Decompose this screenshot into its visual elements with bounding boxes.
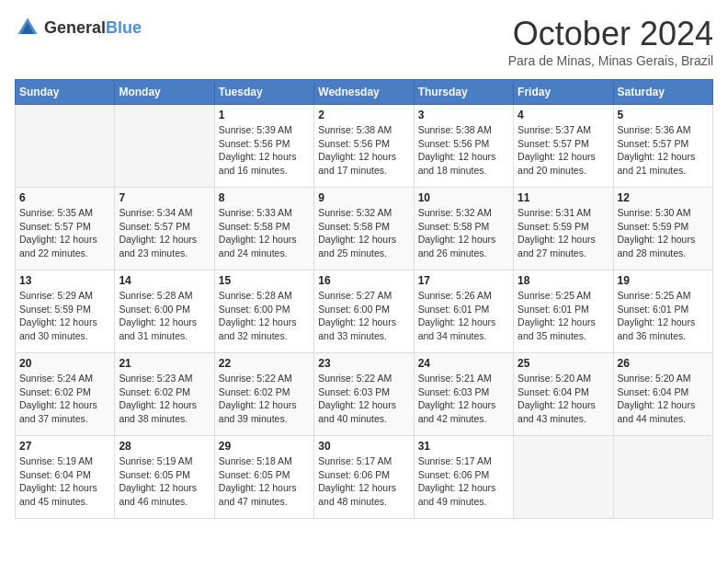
title-block: October 2024 Para de Minas, Minas Gerais… [508, 15, 713, 68]
calendar-day: 30Sunrise: 5:17 AM Sunset: 6:06 PM Dayli… [314, 436, 414, 519]
day-info: Sunrise: 5:25 AM Sunset: 6:01 PM Dayligh… [618, 289, 709, 343]
logo-icon [15, 15, 40, 40]
day-number: 26 [618, 357, 709, 370]
day-info: Sunrise: 5:27 AM Sunset: 6:00 PM Dayligh… [318, 289, 409, 343]
day-number: 29 [219, 440, 310, 453]
day-info: Sunrise: 5:32 AM Sunset: 5:58 PM Dayligh… [318, 206, 409, 260]
calendar-day: 2Sunrise: 5:38 AM Sunset: 5:56 PM Daylig… [314, 105, 414, 188]
day-info: Sunrise: 5:30 AM Sunset: 5:59 PM Dayligh… [618, 206, 709, 260]
calendar-header-wednesday: Wednesday [314, 80, 414, 105]
day-number: 18 [518, 274, 609, 287]
calendar-day: 13Sunrise: 5:29 AM Sunset: 5:59 PM Dayli… [16, 270, 115, 353]
day-info: Sunrise: 5:24 AM Sunset: 6:02 PM Dayligh… [19, 372, 110, 426]
calendar-day: 29Sunrise: 5:18 AM Sunset: 6:05 PM Dayli… [214, 436, 313, 519]
day-info: Sunrise: 5:26 AM Sunset: 6:01 PM Dayligh… [418, 289, 509, 343]
calendar-day: 9Sunrise: 5:32 AM Sunset: 5:58 PM Daylig… [314, 188, 414, 270]
calendar-day: 16Sunrise: 5:27 AM Sunset: 6:00 PM Dayli… [314, 270, 414, 353]
day-number: 21 [119, 357, 210, 370]
calendar-day: 27Sunrise: 5:19 AM Sunset: 6:04 PM Dayli… [16, 436, 115, 519]
day-number: 15 [219, 274, 310, 287]
week-row-2: 6Sunrise: 5:35 AM Sunset: 5:57 PM Daylig… [16, 188, 713, 270]
day-info: Sunrise: 5:33 AM Sunset: 5:58 PM Dayligh… [219, 206, 310, 260]
calendar-day: 22Sunrise: 5:22 AM Sunset: 6:02 PM Dayli… [214, 353, 313, 436]
calendar-day [613, 436, 712, 519]
day-number: 2 [318, 109, 409, 121]
day-number: 25 [518, 357, 609, 370]
day-info: Sunrise: 5:17 AM Sunset: 6:06 PM Dayligh… [418, 454, 509, 509]
calendar-day: 5Sunrise: 5:36 AM Sunset: 5:57 PM Daylig… [613, 105, 712, 188]
day-info: Sunrise: 5:28 AM Sunset: 6:00 PM Dayligh… [119, 289, 210, 343]
day-number: 17 [418, 274, 509, 287]
calendar-day: 12Sunrise: 5:30 AM Sunset: 5:59 PM Dayli… [613, 188, 712, 270]
day-number: 19 [618, 274, 709, 287]
calendar-day: 15Sunrise: 5:28 AM Sunset: 6:00 PM Dayli… [214, 270, 313, 353]
day-number: 28 [119, 440, 210, 453]
calendar-day: 23Sunrise: 5:22 AM Sunset: 6:03 PM Dayli… [314, 353, 414, 436]
day-info: Sunrise: 5:36 AM Sunset: 5:57 PM Dayligh… [618, 123, 709, 178]
day-number: 3 [418, 109, 509, 121]
day-number: 11 [518, 191, 609, 204]
location-title: Para de Minas, Minas Gerais, Brazil [508, 53, 713, 68]
calendar-day: 24Sunrise: 5:21 AM Sunset: 6:03 PM Dayli… [414, 353, 513, 436]
week-row-5: 27Sunrise: 5:19 AM Sunset: 6:04 PM Dayli… [16, 436, 713, 519]
day-number: 1 [219, 109, 310, 121]
calendar-header-monday: Monday [115, 80, 214, 105]
day-info: Sunrise: 5:39 AM Sunset: 5:56 PM Dayligh… [219, 123, 310, 178]
day-info: Sunrise: 5:17 AM Sunset: 6:06 PM Dayligh… [318, 454, 409, 509]
calendar-day: 25Sunrise: 5:20 AM Sunset: 6:04 PM Dayli… [514, 353, 613, 436]
day-number: 13 [19, 274, 110, 287]
day-info: Sunrise: 5:37 AM Sunset: 5:57 PM Dayligh… [518, 123, 609, 178]
month-title: October 2024 [508, 15, 713, 53]
day-info: Sunrise: 5:23 AM Sunset: 6:02 PM Dayligh… [119, 372, 210, 426]
page-header: GeneralBlue October 2024 Para de Minas, … [15, 15, 713, 68]
day-info: Sunrise: 5:18 AM Sunset: 6:05 PM Dayligh… [219, 454, 310, 509]
day-info: Sunrise: 5:19 AM Sunset: 6:04 PM Dayligh… [19, 454, 110, 509]
week-row-4: 20Sunrise: 5:24 AM Sunset: 6:02 PM Dayli… [16, 353, 713, 436]
day-number: 23 [318, 357, 409, 370]
day-info: Sunrise: 5:35 AM Sunset: 5:57 PM Dayligh… [19, 206, 110, 260]
calendar-day: 19Sunrise: 5:25 AM Sunset: 6:01 PM Dayli… [613, 270, 712, 353]
calendar-day [514, 436, 613, 519]
calendar-day [115, 105, 214, 188]
calendar-header-row: SundayMondayTuesdayWednesdayThursdayFrid… [16, 80, 713, 105]
day-number: 6 [19, 191, 110, 204]
calendar-day: 26Sunrise: 5:20 AM Sunset: 6:04 PM Dayli… [613, 353, 712, 436]
day-number: 27 [19, 440, 110, 453]
day-info: Sunrise: 5:31 AM Sunset: 5:59 PM Dayligh… [518, 206, 609, 260]
day-info: Sunrise: 5:32 AM Sunset: 5:58 PM Dayligh… [418, 206, 509, 260]
day-number: 16 [318, 274, 409, 287]
calendar-day: 3Sunrise: 5:38 AM Sunset: 5:56 PM Daylig… [414, 105, 513, 188]
day-number: 5 [618, 109, 709, 121]
day-number: 20 [19, 357, 110, 370]
calendar-header-friday: Friday [514, 80, 613, 105]
day-info: Sunrise: 5:20 AM Sunset: 6:04 PM Dayligh… [518, 372, 609, 426]
day-number: 31 [418, 440, 509, 453]
calendar-day: 31Sunrise: 5:17 AM Sunset: 6:06 PM Dayli… [414, 436, 513, 519]
day-number: 14 [119, 274, 210, 287]
day-info: Sunrise: 5:34 AM Sunset: 5:57 PM Dayligh… [119, 206, 210, 260]
day-info: Sunrise: 5:38 AM Sunset: 5:56 PM Dayligh… [418, 123, 509, 178]
calendar-header-thursday: Thursday [414, 80, 513, 105]
day-info: Sunrise: 5:19 AM Sunset: 6:05 PM Dayligh… [119, 454, 210, 509]
day-number: 24 [418, 357, 509, 370]
calendar-day: 28Sunrise: 5:19 AM Sunset: 6:05 PM Dayli… [115, 436, 214, 519]
day-number: 30 [318, 440, 409, 453]
day-info: Sunrise: 5:20 AM Sunset: 6:04 PM Dayligh… [618, 372, 709, 426]
day-number: 4 [518, 109, 609, 121]
day-number: 9 [318, 191, 409, 204]
day-info: Sunrise: 5:21 AM Sunset: 6:03 PM Dayligh… [418, 372, 509, 426]
calendar-day: 6Sunrise: 5:35 AM Sunset: 5:57 PM Daylig… [16, 188, 115, 270]
day-info: Sunrise: 5:22 AM Sunset: 6:03 PM Dayligh… [318, 372, 409, 426]
day-number: 7 [119, 191, 210, 204]
calendar-day: 4Sunrise: 5:37 AM Sunset: 5:57 PM Daylig… [514, 105, 613, 188]
calendar-day: 20Sunrise: 5:24 AM Sunset: 6:02 PM Dayli… [16, 353, 115, 436]
day-number: 10 [418, 191, 509, 204]
day-number: 12 [618, 191, 709, 204]
week-row-1: 1Sunrise: 5:39 AM Sunset: 5:56 PM Daylig… [16, 105, 713, 188]
day-info: Sunrise: 5:38 AM Sunset: 5:56 PM Dayligh… [318, 123, 409, 178]
day-number: 22 [219, 357, 310, 370]
calendar-day: 21Sunrise: 5:23 AM Sunset: 6:02 PM Dayli… [115, 353, 214, 436]
calendar-day: 14Sunrise: 5:28 AM Sunset: 6:00 PM Dayli… [115, 270, 214, 353]
calendar-day [16, 105, 115, 188]
calendar-day: 17Sunrise: 5:26 AM Sunset: 6:01 PM Dayli… [414, 270, 513, 353]
